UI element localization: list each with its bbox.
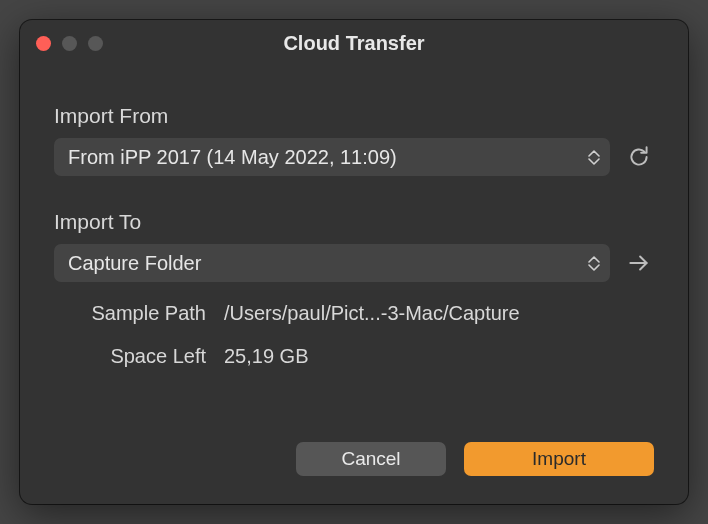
- content-area: Import From From iPP 2017 (14 May 2022, …: [20, 66, 688, 434]
- window-title: Cloud Transfer: [20, 32, 688, 55]
- minimize-window-button[interactable]: [62, 36, 77, 51]
- cloud-transfer-window: Cloud Transfer Import From From iPP 2017…: [20, 20, 688, 504]
- import-button[interactable]: Import: [464, 442, 654, 476]
- import-to-selected: Capture Folder: [68, 252, 201, 275]
- titlebar: Cloud Transfer: [20, 20, 688, 66]
- import-from-selected: From iPP 2017 (14 May 2022, 11:09): [68, 146, 397, 169]
- footer: Cancel Import: [20, 434, 688, 504]
- maximize-window-button[interactable]: [88, 36, 103, 51]
- import-from-label: Import From: [54, 104, 654, 128]
- sample-path-value: /Users/paul/Pict...-3-Mac/Capture: [224, 302, 654, 325]
- traffic-lights: [36, 36, 103, 51]
- goto-folder-button[interactable]: [624, 248, 654, 278]
- sample-path-row: Sample Path /Users/paul/Pict...-3-Mac/Ca…: [54, 302, 654, 325]
- cancel-button[interactable]: Cancel: [296, 442, 446, 476]
- refresh-button[interactable]: [624, 142, 654, 172]
- refresh-icon: [626, 144, 652, 170]
- import-to-label: Import To: [54, 210, 654, 234]
- updown-icon: [588, 256, 600, 271]
- arrow-right-icon: [626, 250, 652, 276]
- import-to-select[interactable]: Capture Folder: [54, 244, 610, 282]
- import-from-select[interactable]: From iPP 2017 (14 May 2022, 11:09): [54, 138, 610, 176]
- space-left-label: Space Left: [54, 345, 224, 368]
- close-window-button[interactable]: [36, 36, 51, 51]
- space-left-row: Space Left 25,19 GB: [54, 345, 654, 368]
- space-left-value: 25,19 GB: [224, 345, 654, 368]
- updown-icon: [588, 150, 600, 165]
- sample-path-label: Sample Path: [54, 302, 224, 325]
